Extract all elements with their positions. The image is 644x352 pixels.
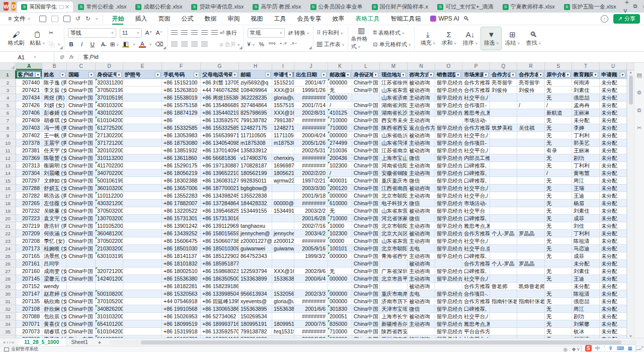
- cell[interactable]: [380, 260, 408, 268]
- cell[interactable]: 956613934: [239, 290, 272, 298]
- cell[interactable]: ########: [294, 298, 328, 305]
- cell[interactable]: 153449155: [272, 207, 294, 215]
- cell[interactable]: 刘佳: [572, 222, 600, 230]
- cell[interactable]: 153449155: [239, 207, 272, 215]
- cell[interactable]: [123, 86, 162, 94]
- sheet-nav-arrows[interactable]: «‹›»: [0, 340, 18, 345]
- cell[interactable]: 季忆 (女): [42, 237, 67, 245]
- cell[interactable]: 207265: [16, 200, 42, 207]
- file-tab[interactable]: S成都公积金.xlsx: [131, 2, 186, 12]
- cell[interactable]: 吴佳祺: [517, 124, 545, 132]
- cell[interactable]: 内部员工推: [462, 154, 490, 162]
- row-number[interactable]: 8: [0, 124, 16, 132]
- table-header-cell[interactable]: 销售团队▾: [435, 70, 462, 79]
- dock-clip-icon[interactable]: ✂: [637, 125, 641, 131]
- cell[interactable]: 成菲: [572, 215, 600, 222]
- cell[interactable]: +86 18099519: [162, 320, 201, 328]
- table-header-cell[interactable]: 合作方公▾: [490, 70, 517, 79]
- cell[interactable]: [123, 154, 162, 162]
- cell[interactable]: 835000: [328, 320, 352, 328]
- cell[interactable]: 黄嘉仪 (女: [42, 320, 67, 328]
- cell[interactable]: 410125: [328, 109, 352, 117]
- cell[interactable]: 未分配: [600, 305, 627, 313]
- column-header-B[interactable]: B: [42, 63, 67, 70]
- cell[interactable]: [123, 109, 162, 117]
- cell[interactable]: 留学总经办: [435, 147, 462, 154]
- cell[interactable]: gloria@uk: [272, 94, 294, 102]
- table-style-button[interactable]: 𝄜 表格样式 ˅: [373, 29, 404, 37]
- cell[interactable]: +86 1971308871: [201, 162, 239, 169]
- cell[interactable]: [517, 268, 545, 275]
- cell[interactable]: 社交平台,/: [462, 185, 490, 192]
- table-header-cell[interactable]: 手机号码▾: [162, 70, 201, 79]
- cell[interactable]: +86 18101832: [162, 260, 201, 268]
- cell[interactable]: China中国: [352, 328, 380, 335]
- cell[interactable]: 000000: [328, 290, 352, 298]
- filter-dropdown-icon[interactable]: ▾: [510, 72, 516, 77]
- sogou-logo[interactable]: S: [585, 345, 592, 351]
- cell[interactable]: 207304: [16, 169, 42, 177]
- cell[interactable]: China中国: [352, 147, 380, 154]
- cell[interactable]: 李婵: [572, 124, 600, 132]
- cell[interactable]: [490, 154, 517, 162]
- cell[interactable]: China中国: [67, 245, 96, 252]
- cell[interactable]: 王丽淋: [572, 147, 600, 154]
- cell[interactable]: +44 07546918: [162, 298, 201, 305]
- cell[interactable]: 口碑推荐,: [462, 215, 490, 222]
- cell[interactable]: 被动咨询: [408, 185, 435, 192]
- cell[interactable]: 被动咨询: [408, 79, 435, 86]
- cell[interactable]: 留学总经办: [435, 124, 462, 132]
- cell[interactable]: China中国: [352, 252, 380, 260]
- cell[interactable]: China中国: [352, 185, 380, 192]
- cell[interactable]: China中国: [352, 207, 380, 215]
- cell[interactable]: 1999/1/26: [294, 86, 328, 94]
- cell[interactable]: 刘素佳: [572, 86, 600, 94]
- row-number[interactable]: 15: [0, 177, 16, 185]
- cell[interactable]: [272, 147, 294, 154]
- cell[interactable]: [272, 192, 294, 200]
- tab-close-icon[interactable]: 🖵 ✕: [59, 4, 69, 10]
- cell[interactable]: 口碑推荐,: [462, 169, 490, 177]
- cell[interactable]: 未分配: [600, 147, 627, 154]
- cell[interactable]: 未分配: [600, 320, 627, 328]
- cell[interactable]: 2002/3/3: [294, 290, 328, 298]
- cell[interactable]: [123, 177, 162, 185]
- cell[interactable]: 微信: [408, 200, 435, 207]
- justify-icon[interactable]: [201, 42, 208, 47]
- cell[interactable]: [123, 222, 162, 230]
- cell[interactable]: +86 1582391866: [201, 283, 239, 290]
- cell[interactable]: 207219: [16, 222, 42, 230]
- cell[interactable]: 207369: [16, 154, 42, 162]
- cell[interactable]: +86 18753080: [162, 139, 201, 147]
- cell[interactable]: 100101: [328, 245, 352, 252]
- cell[interactable]: v17490376: [239, 154, 272, 162]
- cell[interactable]: +86 1506607386: [201, 237, 239, 245]
- filter-dropdown-icon[interactable]: ▾: [265, 72, 271, 77]
- cell[interactable]: China中国: [67, 117, 96, 124]
- cell[interactable]: 主动咨询: [408, 102, 435, 109]
- cell[interactable]: 未分配: [600, 313, 627, 320]
- cell[interactable]: 未分配: [600, 237, 627, 245]
- cell[interactable]: 未分配: [600, 102, 627, 109]
- cell[interactable]: 135522838: [239, 192, 272, 200]
- file-tab[interactable]: S公务员国企事业单: [306, 2, 367, 12]
- cell[interactable]: +86 1343982452: [201, 192, 239, 200]
- cell[interactable]: 桂婉唯 (女: [42, 245, 67, 252]
- cell[interactable]: [490, 147, 517, 154]
- cell[interactable]: 2003/4/2: [294, 230, 328, 237]
- cell[interactable]: [123, 313, 162, 320]
- cell[interactable]: [294, 260, 328, 268]
- cell[interactable]: 000000: [328, 132, 352, 139]
- cell[interactable]: +86 13439252: [162, 230, 201, 237]
- cell[interactable]: +86 1335925706: [201, 328, 239, 335]
- cell[interactable]: 362228235: [239, 94, 272, 102]
- rows-columns-button[interactable]: ⠿ 行和列 ˅: [317, 29, 343, 37]
- row-number[interactable]: 28: [0, 275, 16, 283]
- row-number[interactable]: 31: [0, 298, 16, 305]
- filter-dropdown-icon[interactable]: ▾: [60, 72, 65, 77]
- cell[interactable]: China中国: [352, 177, 380, 185]
- cell[interactable]: 371721200501264452: [96, 139, 123, 147]
- cell[interactable]: [517, 185, 545, 192]
- cell[interactable]: [490, 192, 517, 200]
- cell[interactable]: 刘素佳: [572, 268, 600, 275]
